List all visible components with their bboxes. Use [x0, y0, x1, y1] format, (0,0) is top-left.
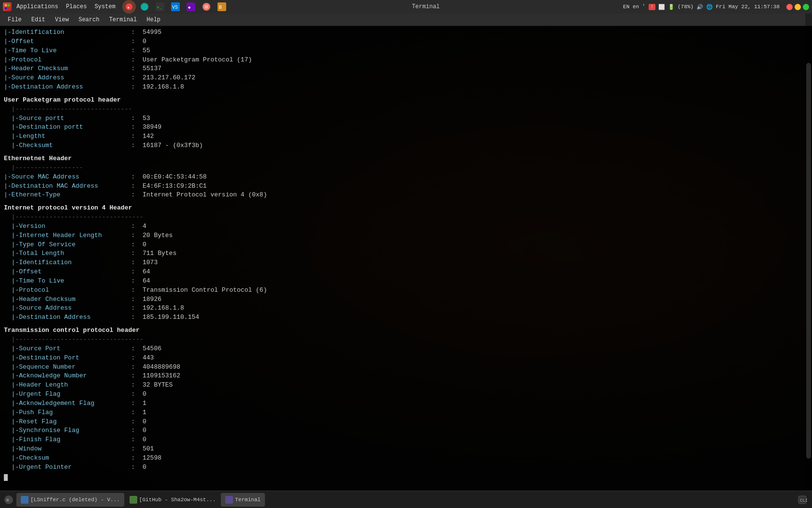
term-line: |-Source MAC Address : 00:E0:4C:53:44:58 — [4, 173, 808, 182]
network-icon[interactable]: 🌐 — [706, 4, 713, 10]
menu-view[interactable]: View — [51, 15, 73, 24]
menu-edit[interactable]: Edit — [28, 15, 49, 24]
term-line: |-Protocol : Transmission Control Protoc… — [4, 286, 808, 295]
term-line: |-Header Length : 32 BYTES — [4, 381, 808, 390]
term-line: |-Offset : 0 — [4, 37, 808, 46]
term-line: |-Checksum : 12598 — [4, 454, 808, 463]
term-line: |------------------ — [4, 164, 808, 173]
launcher-icon-browser[interactable]: B — [215, 0, 229, 14]
term-line: |-Time To Live : 55 — [4, 46, 808, 56]
menu-system[interactable]: System — [91, 0, 119, 14]
term-line: |-Destination MAC Address : E4:6F:13:C9:… — [4, 182, 808, 191]
terminal-taskbar-icon — [225, 496, 233, 504]
term-line: |-Reset Flag : 0 — [4, 418, 808, 427]
term-line: Ethernetnet Header — [4, 154, 808, 164]
term-line: |-Checksumt : 16187 - (0x3f3b) — [4, 141, 808, 150]
launcher-icon-4[interactable]: ◆ — [184, 0, 198, 14]
term-line: |-Type Of Service : 0 — [4, 240, 808, 250]
terminal-output[interactable]: |-Identification : 54995|-Offset : 0|-Ti… — [0, 26, 812, 508]
menu-terminal[interactable]: Terminal — [105, 15, 141, 24]
term-line: |-Source portt : 53 — [4, 114, 808, 123]
menu-file[interactable]: File — [4, 15, 26, 24]
svg-text:CLI: CLI — [800, 498, 807, 503]
close-button[interactable] — [786, 4, 793, 10]
lsniffer-icon — [21, 496, 29, 504]
svg-point-15 — [204, 5, 208, 9]
term-line: |---------------------------------- — [4, 213, 808, 222]
term-line: |-Source Address : 213.217.60.172 — [4, 74, 808, 83]
lang-label: EN en — [623, 4, 639, 10]
term-line: |-Finish Flag : 0 — [4, 435, 808, 445]
scrollbar-thumb[interactable] — [806, 63, 811, 459]
term-line: |-Acknowledge Number : 1109153162 — [4, 372, 808, 381]
term-line: |-Push Flag : 1 — [4, 408, 808, 418]
launcher-icon-vscode[interactable]: VS — [169, 0, 182, 14]
term-line: |---------------------------------- — [4, 335, 808, 344]
svg-text:★: ★ — [127, 5, 130, 10]
term-line: |-Acknowledgement Flag : 1 — [4, 399, 808, 408]
term-line: |-Source Port : 54506 — [4, 344, 808, 354]
scrollbar[interactable] — [805, 14, 812, 508]
term-line — [4, 150, 808, 154]
term-line: |-Lengtht : 142 — [4, 132, 808, 141]
github-icon — [130, 496, 137, 504]
window-title-topbar: Terminal — [229, 3, 623, 10]
maximize-button[interactable] — [803, 4, 809, 10]
minimize-button[interactable] — [795, 4, 801, 10]
taskbar-start-icon[interactable]: ≡ — [2, 493, 15, 507]
term-line: |-Total Length : 711 Bytes — [4, 249, 808, 258]
volume-icon[interactable]: 🔊 — [696, 4, 703, 10]
term-line: |-Destination portt : 38949 — [4, 123, 808, 132]
window-icon[interactable]: ⬜ — [658, 4, 665, 10]
term-line: |-Urgent Flag : 0 — [4, 390, 808, 399]
launcher-icon-firefox[interactable] — [200, 0, 213, 14]
svg-text:≡: ≡ — [6, 498, 9, 503]
top-bar-right: EN en ʿ ! ⬜ 🔋 (78%) 🔊 🌐 Fri May 22, 11:5… — [623, 3, 809, 11]
term-line: |-Destination Port : 443 — [4, 354, 808, 363]
top-bar-menu: Applications Places System — [13, 0, 119, 14]
menu-places[interactable]: Places — [62, 0, 90, 14]
term-line: |-Synchronise Flag : 0 — [4, 426, 808, 435]
terminal-window: File Edit View Search Terminal Help |-Id… — [0, 14, 812, 508]
term-line — [4, 322, 808, 326]
svg-point-3 — [8, 7, 10, 10]
notification-icon[interactable]: ! — [649, 4, 655, 10]
term-line: |-Time To Live : 64 — [4, 277, 808, 286]
svg-text:VS: VS — [172, 5, 178, 10]
svg-text:>_: >_ — [157, 5, 162, 10]
term-line: |-Internet Header Length : 20 Bytes — [4, 231, 808, 240]
term-line: |-Protocol : User Packetgram Protocol (1… — [4, 56, 808, 65]
svg-point-0 — [5, 4, 7, 7]
term-line: |-Window : 501 — [4, 445, 808, 454]
terminal-label: Terminal — [235, 497, 261, 503]
battery-icon[interactable]: 🔋 — [668, 4, 675, 10]
term-line: |-Source Address : 192.168.1.8 — [4, 304, 808, 313]
taskbar-btn-lsniffer[interactable]: [LSniffer.c (deleted) - V... — [16, 493, 124, 507]
term-line: |-Ethernet-Type : Internet Protocol vers… — [4, 191, 808, 200]
bluetooth-icon[interactable]: ʿ — [642, 3, 646, 11]
term-line: Internet protocol version 4 Header — [4, 204, 808, 213]
svg-text:B: B — [219, 5, 222, 10]
sys-icons: EN en ʿ ! ⬜ 🔋 (78%) 🔊 🌐 Fri May 22, 11:5… — [623, 3, 780, 11]
term-line: |-Version : 4 — [4, 222, 808, 231]
taskbar-sys-icon[interactable]: CLI — [795, 493, 810, 507]
launcher-icon-terminal[interactable]: >_ — [153, 0, 167, 14]
taskbar-btn-terminal[interactable]: Terminal — [221, 493, 265, 507]
menu-help[interactable]: Help — [143, 15, 164, 24]
terminal-menu-bar: File Edit View Search Terminal Help — [0, 14, 812, 26]
svg-text:🌐: 🌐 — [142, 4, 148, 10]
term-line: |-Identification : 54995 — [4, 28, 808, 37]
term-line: |-Identification : 1073 — [4, 258, 808, 268]
term-line: Transmission control protocol header — [4, 326, 808, 335]
term-line — [4, 92, 808, 96]
menu-search[interactable]: Search — [74, 15, 103, 24]
launcher-icon-1[interactable]: ★ — [122, 0, 136, 14]
taskbar: ≡ [LSniffer.c (deleted) - V... [GitHub -… — [0, 491, 812, 508]
launcher-icon-2[interactable]: 🌐 — [138, 0, 151, 14]
datetime-label: Fri May 22, 11:57:38 — [716, 4, 780, 10]
taskbar-btn-github[interactable]: [GitHub - Sha2ow-M4st... — [125, 493, 220, 507]
menu-applications[interactable]: Applications — [13, 0, 62, 14]
term-line: |-Header Checksum : 55137 — [4, 64, 808, 74]
svg-point-1 — [8, 4, 10, 7]
github-label: [GitHub - Sha2ow-M4st... — [139, 497, 216, 503]
